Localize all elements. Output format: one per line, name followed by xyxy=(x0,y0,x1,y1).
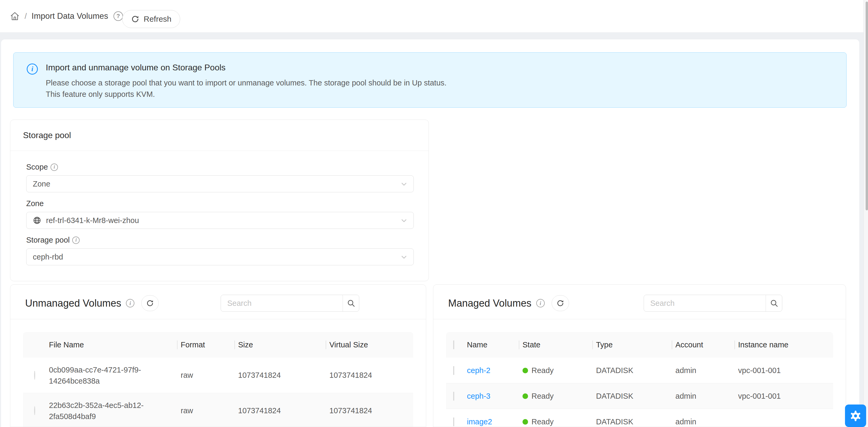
col-account: Account xyxy=(672,340,735,349)
alert-description-line1: Please choose a storage pool that you wa… xyxy=(46,77,446,89)
content-area: i Import and unmanage volume on Storage … xyxy=(1,39,859,427)
top-bar: / Import Data Volumes ? Refresh xyxy=(0,0,864,32)
managed-table-header: Name State Type Account Instance name xyxy=(446,332,833,358)
table-row[interactable]: image2 Ready DATADISK admin xyxy=(446,409,833,427)
cell-instance-name: vpc-001-001 xyxy=(735,392,833,400)
pool-info-icon[interactable]: i xyxy=(72,237,80,244)
home-icon[interactable] xyxy=(10,11,20,21)
pool-select[interactable]: ceph-rbd xyxy=(26,248,414,265)
storage-pool-card: Storage pool Scope i Zone Zone xyxy=(10,120,429,281)
managed-volumes-card: Managed Volumes i xyxy=(433,284,846,427)
col-file-name: File Name xyxy=(45,340,177,349)
unmanaged-volumes-header: Unmanaged Volumes i xyxy=(10,285,426,319)
col-size: Size xyxy=(235,340,326,349)
col-type: Type xyxy=(592,340,672,349)
cell-type: DATADISK xyxy=(592,418,672,426)
reload-icon xyxy=(131,15,140,23)
table-row[interactable]: ceph-2 Ready DATADISK admin vpc-001-001 xyxy=(446,358,833,383)
scrollbar-thumb[interactable] xyxy=(866,2,868,210)
cell-virtual-size: 1073741824 xyxy=(326,406,413,415)
gear-icon xyxy=(850,410,861,422)
col-name: Name xyxy=(463,340,519,349)
cell-size: 1073741824 xyxy=(235,406,326,415)
cell-type: DATADISK xyxy=(592,392,672,400)
managed-info-icon[interactable]: i xyxy=(536,299,545,307)
unmanaged-info-icon[interactable]: i xyxy=(126,299,134,307)
search-icon xyxy=(770,299,778,307)
managed-volumes-header: Managed Volumes i xyxy=(433,285,846,319)
col-instance-name: Instance name xyxy=(735,340,833,349)
cell-account: admin xyxy=(672,392,735,400)
table-row[interactable]: ceph-3 Ready DATADISK admin vpc-001-001 xyxy=(446,383,833,409)
unmanaged-volumes-card: Unmanaged Volumes i xyxy=(10,284,426,427)
row-checkbox[interactable] xyxy=(453,366,454,375)
scrollbar-track[interactable] xyxy=(864,0,868,427)
managed-volumes-title: Managed Volumes xyxy=(448,298,531,309)
reload-icon xyxy=(146,299,154,307)
volume-link[interactable]: ceph-2 xyxy=(467,366,491,375)
alert-description-line2: This feature only supports KVM. xyxy=(46,89,446,100)
chevron-down-icon xyxy=(400,253,408,261)
row-radio[interactable] xyxy=(34,371,35,379)
unmanaged-table-header: File Name Format Size Virtual Size xyxy=(23,332,413,358)
unmanaged-search-input[interactable] xyxy=(221,295,343,311)
cell-size: 1073741824 xyxy=(235,371,326,379)
refresh-button[interactable]: Refresh xyxy=(122,10,180,28)
pool-select-value: ceph-rbd xyxy=(33,253,63,262)
info-circle-icon: i xyxy=(27,63,38,74)
volume-link[interactable]: image2 xyxy=(467,418,492,426)
cell-type: DATADISK xyxy=(592,366,672,375)
cell-state: Ready xyxy=(531,366,554,375)
ready-status-dot xyxy=(523,368,528,373)
cell-format: raw xyxy=(177,371,235,379)
managed-search xyxy=(644,295,782,312)
unmanaged-volumes-title: Unmanaged Volumes xyxy=(25,298,121,309)
managed-refresh-button[interactable] xyxy=(552,295,569,311)
storage-pool-form: Scope i Zone Zone xyxy=(10,151,429,265)
page: / Import Data Volumes ? Refresh i Import… xyxy=(0,0,868,427)
zone-select-value: ref-trl-6341-k-Mr8-wei-zhou xyxy=(46,216,139,225)
cell-state: Ready xyxy=(531,392,554,400)
table-row[interactable]: 22b63c2b-352a-4ec5-ab12-2fa508d4baf9 raw… xyxy=(23,393,413,427)
alert-body: Import and unmanage volume on Storage Po… xyxy=(46,63,446,108)
ready-status-dot xyxy=(523,419,528,425)
cell-state: Ready xyxy=(531,418,554,426)
cell-account: admin xyxy=(672,366,735,375)
storage-pool-card-title: Storage pool xyxy=(10,120,429,151)
cell-file-name: 22b63c2b-352a-4ec5-ab12-2fa508d4baf9 xyxy=(45,400,177,422)
refresh-button-label: Refresh xyxy=(144,14,172,24)
col-state: State xyxy=(519,340,592,349)
cell-instance-name: vpc-001-001 xyxy=(735,366,833,375)
breadcrumb: / Import Data Volumes ? xyxy=(10,11,123,21)
cell-account: admin xyxy=(672,418,735,426)
settings-button[interactable] xyxy=(845,404,866,427)
col-format: Format xyxy=(177,340,235,349)
row-checkbox[interactable] xyxy=(453,418,454,426)
pool-label: Storage pool xyxy=(26,236,69,244)
chevron-down-icon xyxy=(400,180,408,188)
unmanaged-search xyxy=(221,295,359,312)
select-all-checkbox[interactable] xyxy=(453,340,454,349)
unmanaged-refresh-button[interactable] xyxy=(141,295,159,311)
help-icon[interactable]: ? xyxy=(114,11,123,21)
managed-search-button[interactable] xyxy=(766,295,782,311)
scope-label: Scope xyxy=(26,163,48,172)
scope-select-value: Zone xyxy=(33,180,50,188)
volume-link[interactable]: ceph-3 xyxy=(467,392,491,400)
chevron-down-icon xyxy=(400,217,408,224)
select-all-cell xyxy=(446,340,463,349)
cell-virtual-size: 1073741824 xyxy=(326,371,413,379)
zone-select[interactable]: ref-trl-6341-k-Mr8-wei-zhou xyxy=(26,212,414,229)
scope-select[interactable]: Zone xyxy=(26,175,414,192)
reload-icon xyxy=(556,299,564,307)
table-row[interactable]: 0cb099aa-cc7e-4721-97f9-14264bce838a raw… xyxy=(23,358,413,393)
info-alert: i Import and unmanage volume on Storage … xyxy=(13,52,846,108)
scope-info-icon[interactable]: i xyxy=(51,163,58,171)
managed-volumes-table: Name State Type Account Instance name ce… xyxy=(446,332,833,427)
unmanaged-search-button[interactable] xyxy=(343,295,359,311)
managed-search-input[interactable] xyxy=(644,295,766,311)
row-checkbox[interactable] xyxy=(453,392,454,400)
ready-status-dot xyxy=(523,393,528,399)
unmanaged-volumes-table: File Name Format Size Virtual Size 0cb09… xyxy=(23,332,413,427)
row-radio[interactable] xyxy=(34,406,35,415)
